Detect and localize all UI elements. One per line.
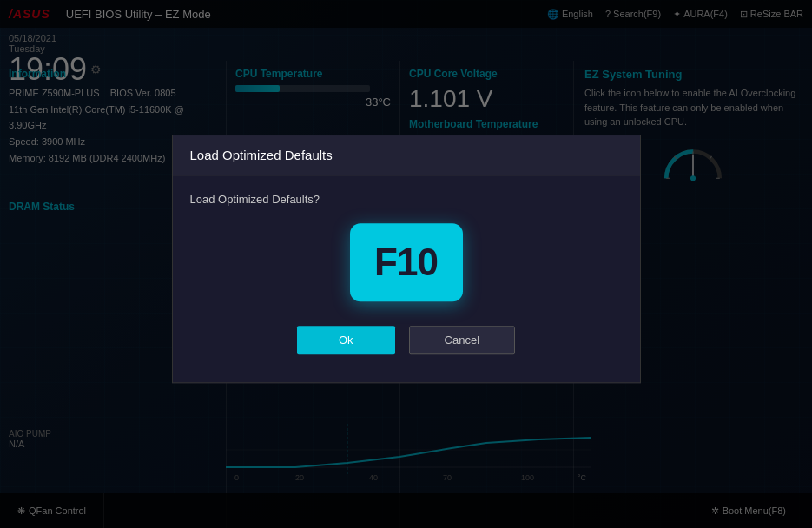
modal-question: Load Optimized Defaults?	[190, 193, 623, 206]
modal-title: Load Optimized Defaults	[190, 148, 623, 162]
cancel-button[interactable]: Cancel	[409, 326, 515, 354]
modal-buttons: Ok Cancel	[190, 326, 623, 368]
ok-button[interactable]: Ok	[297, 326, 395, 354]
f10-key-area: F10	[190, 223, 623, 301]
modal-header: Load Optimized Defaults	[173, 135, 640, 175]
load-defaults-modal: Load Optimized Defaults Load Optimized D…	[172, 135, 641, 383]
f10-shortcut-badge: F10	[350, 223, 463, 301]
modal-body: Load Optimized Defaults? F10 Ok Cancel	[173, 175, 640, 382]
